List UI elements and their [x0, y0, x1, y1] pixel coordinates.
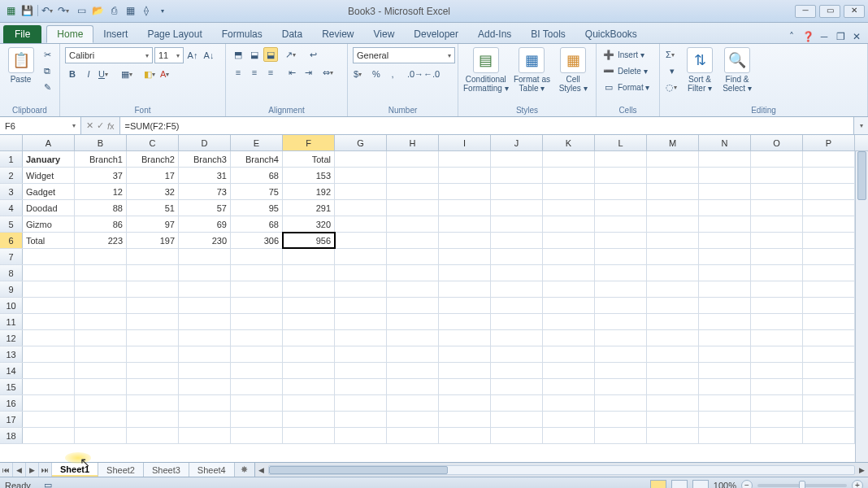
cell[interactable]	[491, 200, 543, 216]
cell[interactable]	[543, 379, 595, 394]
cell[interactable]: 75	[231, 184, 283, 199]
cell[interactable]	[387, 168, 439, 183]
cell[interactable]: 95	[231, 200, 283, 216]
font-color-icon[interactable]: A▾	[159, 67, 174, 81]
cell[interactable]	[75, 428, 127, 443]
cell[interactable]	[335, 298, 387, 313]
cell[interactable]	[439, 412, 491, 427]
column-header[interactable]: L	[595, 135, 647, 150]
tab-home[interactable]: Home	[46, 25, 93, 43]
cell[interactable]	[387, 298, 439, 313]
cell[interactable]	[751, 216, 803, 232]
column-header[interactable]: P	[803, 135, 855, 150]
cell[interactable]	[387, 233, 439, 248]
row-header[interactable]: 12	[0, 330, 23, 346]
cell[interactable]	[439, 265, 491, 281]
quickprint-icon[interactable]: ⎙	[106, 3, 121, 18]
cell[interactable]	[75, 314, 127, 329]
cell[interactable]	[543, 151, 595, 167]
column-header[interactable]: G	[335, 135, 387, 150]
zoom-slider[interactable]	[757, 484, 847, 487]
cell[interactable]	[335, 428, 387, 443]
doc-min-icon[interactable]: ─	[818, 30, 831, 43]
cell[interactable]	[75, 379, 127, 394]
cell[interactable]	[335, 379, 387, 394]
sheet-nav-first[interactable]: ⏮	[0, 463, 13, 477]
align-top-icon[interactable]: ⬒	[231, 47, 245, 62]
cell[interactable]	[595, 314, 647, 329]
row-header[interactable]: 17	[0, 412, 23, 427]
delete-cells-icon[interactable]: ➖	[601, 63, 616, 78]
cell[interactable]	[439, 184, 491, 199]
cell[interactable]	[699, 249, 751, 264]
cell[interactable]	[283, 330, 335, 346]
help-icon[interactable]: ❓	[801, 30, 814, 43]
column-header[interactable]: B	[75, 135, 127, 150]
cell[interactable]	[491, 395, 543, 411]
new-icon[interactable]: ▭	[74, 3, 89, 18]
cell[interactable]	[751, 200, 803, 216]
maximize-button[interactable]: ▭	[819, 5, 840, 18]
cell[interactable]	[335, 281, 387, 297]
cell[interactable]	[335, 395, 387, 411]
tab-page-layout[interactable]: Page Layout	[137, 25, 211, 43]
cell[interactable]	[647, 363, 699, 378]
save-icon[interactable]: 💾	[20, 3, 34, 18]
cell[interactable]	[335, 168, 387, 183]
page-layout-view-button[interactable]	[671, 480, 688, 489]
cell[interactable]	[647, 346, 699, 362]
cell[interactable]	[439, 249, 491, 264]
align-bottom-icon[interactable]: ⬓	[263, 47, 278, 62]
cell[interactable]: 17	[127, 168, 179, 183]
cell[interactable]	[751, 379, 803, 394]
cell[interactable]	[647, 216, 699, 232]
cell[interactable]	[439, 233, 491, 248]
cell[interactable]	[699, 233, 751, 248]
cell[interactable]	[387, 184, 439, 199]
cut-icon[interactable]: ✂	[40, 47, 54, 62]
cell[interactable]	[543, 395, 595, 411]
cell[interactable]: 68	[231, 216, 283, 232]
cell[interactable]	[179, 412, 231, 427]
cell[interactable]	[699, 151, 751, 167]
cell[interactable]	[751, 395, 803, 411]
cell[interactable]: Branch3	[179, 151, 231, 167]
cell[interactable]	[751, 265, 803, 281]
cell[interactable]	[179, 298, 231, 313]
cell[interactable]	[595, 428, 647, 443]
doc-restore-icon[interactable]: ❐	[834, 30, 847, 43]
cell[interactable]	[335, 330, 387, 346]
column-header[interactable]: A	[23, 135, 75, 150]
cell[interactable]	[335, 233, 387, 248]
cell[interactable]	[699, 298, 751, 313]
align-left-icon[interactable]: ≡	[231, 65, 245, 80]
cell[interactable]	[23, 249, 75, 264]
cell[interactable]	[439, 200, 491, 216]
cell[interactable]	[283, 346, 335, 362]
cell[interactable]	[335, 216, 387, 232]
cell[interactable]	[75, 412, 127, 427]
row-header[interactable]: 4	[0, 200, 23, 216]
cell[interactable]	[335, 314, 387, 329]
column-header[interactable]: K	[543, 135, 595, 150]
cell[interactable]	[335, 346, 387, 362]
column-header[interactable]: H	[387, 135, 439, 150]
cell[interactable]	[647, 281, 699, 297]
cell[interactable]	[699, 395, 751, 411]
cell[interactable]	[803, 265, 855, 281]
cell[interactable]	[543, 249, 595, 264]
cell[interactable]	[595, 395, 647, 411]
find-select-button[interactable]: 🔍 Find & Select ▾	[720, 47, 754, 93]
cell[interactable]	[751, 330, 803, 346]
cell[interactable]	[543, 346, 595, 362]
cell[interactable]	[803, 363, 855, 378]
row-header[interactable]: 2	[0, 168, 23, 183]
cell[interactable]	[335, 363, 387, 378]
column-header[interactable]: E	[231, 135, 283, 150]
row-header[interactable]: 14	[0, 363, 23, 378]
cell[interactable]	[439, 281, 491, 297]
cell[interactable]	[751, 281, 803, 297]
sheet-nav-prev[interactable]: ◀	[13, 463, 26, 477]
cell[interactable]	[699, 200, 751, 216]
cell[interactable]	[647, 412, 699, 427]
